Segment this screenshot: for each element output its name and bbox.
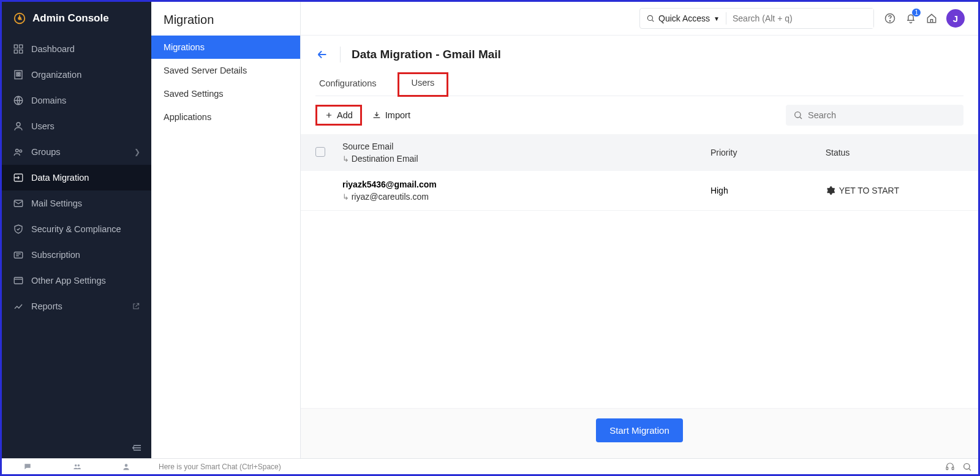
nav-label: Mail Settings bbox=[31, 198, 82, 208]
import-label: Import bbox=[385, 110, 410, 120]
topbar: Quick Access ▼ 1 J bbox=[301, 2, 978, 36]
chat-icon[interactable] bbox=[23, 463, 32, 471]
back-button[interactable] bbox=[315, 48, 329, 61]
add-button[interactable]: Add bbox=[315, 105, 362, 126]
subnav-item-saved-server-details[interactable]: Saved Server Details bbox=[151, 59, 300, 82]
headset-icon[interactable] bbox=[945, 462, 955, 472]
svg-rect-26 bbox=[946, 467, 948, 469]
sidebar-header: Admin Console bbox=[2, 2, 151, 36]
search-icon bbox=[646, 14, 655, 23]
list-toolbar: Add Import bbox=[301, 96, 978, 134]
sidebar-collapse-button[interactable] bbox=[2, 437, 151, 458]
sidebar-item-dashboard[interactable]: Dashboard bbox=[2, 36, 151, 62]
arrow-sub-icon: ↳ bbox=[342, 154, 352, 164]
svg-rect-9 bbox=[17, 75, 18, 76]
tab-users[interactable]: Users bbox=[398, 72, 449, 97]
svg-rect-17 bbox=[14, 252, 23, 259]
nav-label: Security & Compliance bbox=[31, 224, 121, 234]
svg-rect-8 bbox=[19, 72, 20, 74]
sidebar-item-organization[interactable]: Organization bbox=[2, 62, 151, 88]
caret-down-icon: ▼ bbox=[714, 15, 720, 22]
list-search-input[interactable] bbox=[808, 110, 956, 120]
sidebar-item-mail-settings[interactable]: Mail Settings bbox=[2, 191, 151, 216]
nav-label: Organization bbox=[31, 70, 81, 80]
svg-point-14 bbox=[20, 150, 22, 153]
subnav-item-applications[interactable]: Applications bbox=[151, 105, 300, 129]
quick-access-button[interactable]: Quick Access ▼ bbox=[640, 9, 726, 28]
svg-point-28 bbox=[964, 463, 970, 469]
add-label: Add bbox=[337, 110, 353, 120]
nav-label: Subscription bbox=[31, 250, 80, 260]
sidebar-item-data-migration[interactable]: Data Migration bbox=[2, 165, 151, 191]
nav-label: Users bbox=[31, 121, 55, 131]
nav-label: Dashboard bbox=[31, 44, 75, 54]
main-content: Quick Access ▼ 1 J Data Migr bbox=[301, 2, 978, 458]
row-priority: High bbox=[710, 186, 826, 195]
tab-configurations[interactable]: Configurations bbox=[315, 72, 380, 96]
sidebar-item-users[interactable]: Users bbox=[2, 113, 151, 139]
table-row[interactable]: riyazk5436@gmail.com ↳ riyaz@careutils.c… bbox=[301, 171, 978, 211]
subscription-icon bbox=[13, 249, 24, 260]
app-logo-icon bbox=[13, 12, 26, 25]
home-button[interactable] bbox=[925, 12, 938, 25]
row-destination-email: riyaz@careutils.com bbox=[352, 192, 429, 202]
page-title: Data Migration - Gmail Mail bbox=[352, 48, 501, 61]
svg-rect-4 bbox=[14, 50, 17, 53]
search-icon[interactable] bbox=[962, 462, 972, 472]
search-icon bbox=[793, 110, 803, 120]
svg-rect-5 bbox=[20, 50, 23, 53]
select-all-checkbox[interactable] bbox=[315, 147, 325, 157]
sidebar-item-reports[interactable]: Reports bbox=[2, 293, 151, 319]
svg-rect-7 bbox=[17, 72, 18, 74]
header-destination-email: Destination Email bbox=[352, 154, 418, 164]
svg-rect-3 bbox=[20, 45, 23, 48]
nav-label: Groups bbox=[31, 147, 61, 157]
svg-point-23 bbox=[75, 464, 77, 466]
organization-icon bbox=[13, 69, 24, 80]
sidebar-item-security[interactable]: Security & Compliance bbox=[2, 216, 151, 242]
table-header: Source Email ↳ Destination Email Priorit… bbox=[301, 134, 978, 171]
contacts-icon[interactable] bbox=[72, 463, 83, 471]
sidebar-item-domains[interactable]: Domains bbox=[2, 88, 151, 113]
sidebar-item-groups[interactable]: Groups ❯ bbox=[2, 139, 151, 165]
gear-icon bbox=[826, 186, 835, 195]
global-search: Quick Access ▼ bbox=[639, 8, 874, 29]
dashboard-icon bbox=[13, 43, 24, 55]
user-avatar[interactable]: J bbox=[946, 9, 965, 28]
header-status: Status bbox=[826, 148, 963, 157]
svg-point-12 bbox=[17, 123, 20, 126]
page-header: Data Migration - Gmail Mail Configuratio… bbox=[301, 36, 978, 96]
global-search-input[interactable] bbox=[726, 9, 873, 28]
apps-icon bbox=[13, 275, 24, 286]
sidebar-item-other-apps[interactable]: Other App Settings bbox=[2, 268, 151, 293]
nav-label: Reports bbox=[31, 301, 62, 311]
import-icon bbox=[372, 110, 382, 120]
nav-label: Other App Settings bbox=[31, 276, 106, 285]
svg-rect-2 bbox=[14, 45, 17, 48]
start-migration-button[interactable]: Start Migration bbox=[596, 418, 683, 442]
svg-point-25 bbox=[125, 464, 128, 467]
mail-settings-icon bbox=[13, 198, 24, 209]
svg-point-22 bbox=[795, 112, 801, 118]
divider bbox=[340, 47, 341, 62]
svg-rect-6 bbox=[15, 70, 22, 79]
svg-rect-10 bbox=[19, 75, 20, 76]
svg-point-1 bbox=[18, 17, 21, 20]
svg-point-13 bbox=[16, 149, 19, 153]
profile-icon[interactable] bbox=[122, 463, 130, 471]
sidebar-item-subscription[interactable]: Subscription bbox=[2, 242, 151, 268]
header-priority: Priority bbox=[710, 148, 826, 157]
help-button[interactable] bbox=[884, 12, 896, 25]
smart-chat-hint[interactable]: Here is your Smart Chat (Ctrl+Space) bbox=[151, 463, 939, 471]
app-title: Admin Console bbox=[32, 12, 109, 25]
chevron-right-icon: ❯ bbox=[134, 148, 140, 156]
notifications-button[interactable]: 1 bbox=[905, 12, 917, 25]
plus-icon bbox=[325, 111, 333, 119]
import-button[interactable]: Import bbox=[372, 110, 410, 120]
nav-label: Domains bbox=[31, 96, 66, 105]
notification-badge: 1 bbox=[912, 9, 921, 17]
subnav-item-saved-settings[interactable]: Saved Settings bbox=[151, 82, 300, 105]
quick-access-label: Quick Access bbox=[658, 13, 710, 23]
groups-icon bbox=[13, 146, 24, 157]
subnav-item-migrations[interactable]: Migrations bbox=[151, 36, 300, 59]
